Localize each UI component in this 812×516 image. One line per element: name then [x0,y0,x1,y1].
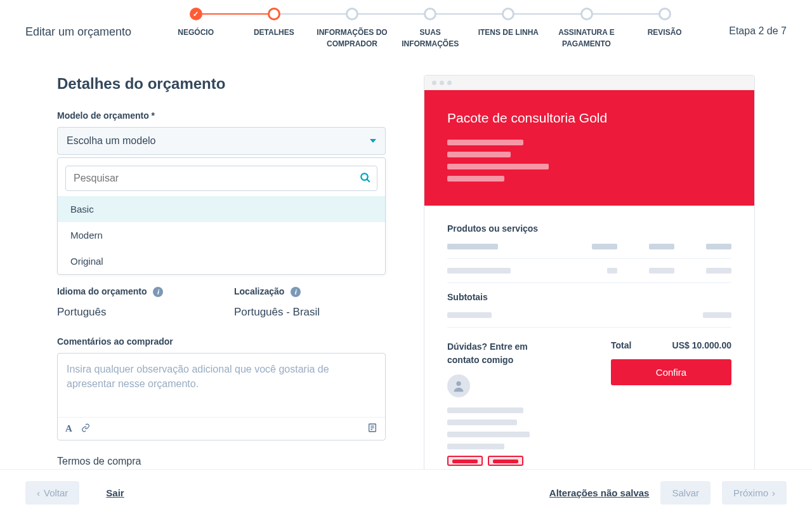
template-search-input[interactable] [65,166,377,191]
circle-icon [346,8,358,20]
font-icon[interactable]: A [65,423,72,434]
circle-icon [424,8,436,20]
circle-icon [502,8,514,20]
preview-body: Produtos ou serviços Subtotais [424,206,754,484]
stepper: NEGÓCIO DETALHES INFORMAÇÕES DO COMPRADO… [157,8,704,50]
back-button[interactable]: ‹ Voltar [25,481,79,505]
subtotals-label: Subtotais [447,292,731,302]
check-icon [190,8,202,20]
products-label: Produtos ou serviços [447,223,731,234]
step-negocio[interactable]: NEGÓCIO [157,8,235,38]
quote-preview: Pacote de consultoria Gold Produtos ou s… [424,75,755,484]
comments-placeholder[interactable]: Insira qualquer observação adicional que… [58,354,385,417]
locale-label: Localização i [234,286,386,297]
terms-label: Termos de compra [57,456,386,467]
chevron-right-icon: › [772,487,775,498]
save-button[interactable]: Salvar [660,481,710,505]
avatar-icon [447,374,470,397]
info-icon[interactable]: i [291,287,301,297]
template-select[interactable]: Escolha um modelo [57,127,386,155]
svg-point-0 [361,173,368,180]
circle-icon [268,8,280,20]
template-option-original[interactable]: Original [58,248,385,274]
template-select-value: Escolha um modelo [67,135,156,147]
language-value: Português [57,306,209,319]
template-label: Modelo de orçamento * [57,110,386,121]
step-detalhes[interactable]: DETALHES [235,8,313,38]
preview-hero: Pacote de consultoria Gold [424,90,754,206]
exit-button[interactable]: Sair [95,481,135,505]
wizard-header: Editar um orçamento NEGÓCIO DETALHES INF… [0,0,812,50]
step-itens-linha[interactable]: ITENS DE LINHA [469,8,547,38]
questions-text: Dúvidas? Entre em contato comigo [447,340,542,367]
comments-editor[interactable]: Insira qualquer observação adicional que… [57,353,386,440]
next-button[interactable]: Próximo › [722,481,787,505]
chevron-left-icon: ‹ [37,487,40,498]
template-field: Modelo de orçamento * Escolha um modelo … [57,110,386,275]
language-label: Idioma do orçamento i [57,286,209,297]
preview-action-button [488,456,523,466]
locale-value: Português - Brasil [234,306,386,319]
browser-chrome [424,76,754,90]
form-column: Detalhes do orçamento Modelo de orçament… [57,75,386,484]
info-icon[interactable]: i [153,287,163,297]
circle-icon [580,8,593,20]
unsaved-changes-text: Alterações não salvas [549,487,650,498]
page-title: Detalhes do orçamento [57,75,386,93]
comments-field: Comentários ao comprador Insira qualquer… [57,336,386,440]
preview-title: Pacote de consultoria Gold [447,110,731,126]
page-header-title: Editar um orçamento [25,8,131,39]
locale-field: Localização i Português - Brasil [234,286,386,319]
template-dropdown: Basic Modern Original [57,157,386,275]
step-counter: Etapa 2 de 7 [729,8,787,37]
preview-action-button [447,456,483,466]
caret-down-icon [370,139,376,143]
svg-line-1 [367,179,370,182]
comments-label: Comentários ao comprador [57,336,386,347]
rte-toolbar: A [58,417,385,440]
preview-column: Pacote de consultoria Gold Produtos ou s… [424,75,755,484]
search-icon [360,172,371,187]
circle-icon [658,8,671,20]
wizard-footer: ‹ Voltar Sair Alterações não salvas Salv… [0,469,812,516]
template-option-modern[interactable]: Modern [58,222,385,248]
snippet-icon[interactable] [367,423,377,435]
link-icon[interactable] [81,423,90,434]
step-revisao[interactable]: REVISÃO [625,8,704,38]
preview-total: Total US$ 10.000.00 [611,340,731,350]
template-option-basic[interactable]: Basic [58,196,385,222]
preview-cta-button: Confira [611,359,731,385]
language-field: Idioma do orçamento i Português [57,286,209,319]
svg-point-6 [456,381,461,386]
